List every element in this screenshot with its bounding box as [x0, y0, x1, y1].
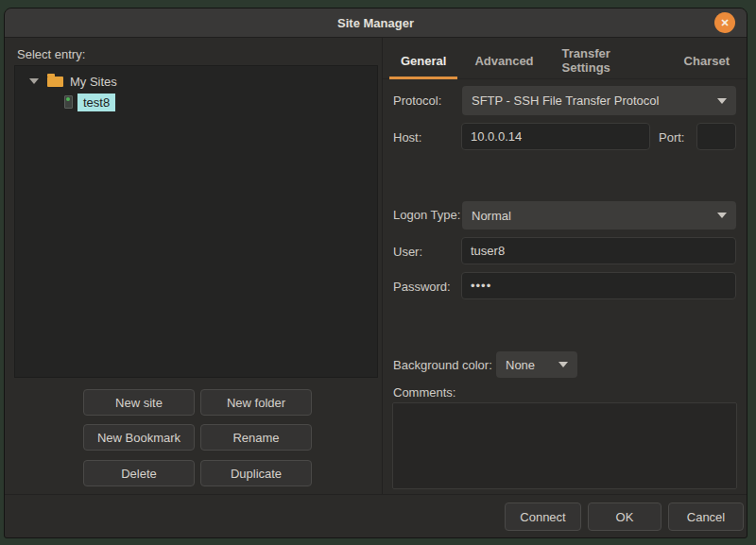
- port-label: Port:: [659, 130, 684, 145]
- chevron-down-icon[interactable]: [29, 78, 39, 84]
- dropdown-arrow-icon: [558, 362, 568, 367]
- port-input[interactable]: [696, 123, 736, 150]
- footer-divider: [5, 494, 747, 495]
- new-bookmark-button[interactable]: New Bookmark: [83, 424, 195, 451]
- tree-item-my-sites[interactable]: My Sites: [15, 71, 377, 92]
- host-label: Host:: [393, 130, 421, 145]
- background-color-value: None: [506, 358, 535, 372]
- titlebar[interactable]: Site Manager ✕: [5, 9, 747, 38]
- new-site-button[interactable]: New site: [83, 389, 195, 416]
- close-button[interactable]: ✕: [714, 12, 735, 33]
- protocol-label: Protocol:: [393, 94, 441, 108]
- tree-item-test8[interactable]: test8: [15, 92, 377, 112]
- password-input[interactable]: [461, 272, 736, 299]
- folder-icon: [47, 77, 63, 87]
- protocol-value: SFTP - SSH File Transfer Protocol: [472, 94, 659, 108]
- site-manager-dialog: Site Manager ✕ Select entry: My Sites te…: [4, 8, 747, 538]
- tab-transfer-settings[interactable]: Transfer Settings: [551, 44, 667, 79]
- tree-item-label: My Sites: [70, 75, 117, 89]
- logon-type-label: Logon Type:: [393, 208, 460, 222]
- protocol-dropdown[interactable]: SFTP - SSH File Transfer Protocol: [462, 86, 736, 115]
- panel-divider: [382, 38, 383, 494]
- tab-bar: General Advanced Transfer Settings Chars…: [389, 44, 747, 79]
- server-icon: [64, 95, 73, 109]
- tab-general[interactable]: General: [389, 44, 457, 79]
- window-title: Site Manager: [337, 16, 414, 30]
- new-folder-button[interactable]: New folder: [200, 389, 312, 416]
- ok-button[interactable]: OK: [588, 502, 662, 531]
- logon-type-dropdown[interactable]: Normal: [462, 201, 736, 230]
- rename-button[interactable]: Rename: [200, 424, 312, 451]
- dropdown-arrow-icon: [717, 213, 727, 218]
- background-color-label: Background color:: [393, 358, 492, 372]
- desktop-frame: Site Manager ✕ Select entry: My Sites te…: [0, 0, 756, 545]
- close-icon: ✕: [720, 17, 729, 27]
- delete-button[interactable]: Delete: [83, 460, 195, 486]
- dropdown-arrow-icon: [717, 98, 727, 104]
- duplicate-button[interactable]: Duplicate: [200, 460, 312, 486]
- connect-button[interactable]: Connect: [505, 502, 581, 531]
- tree-item-label-selected: test8: [77, 94, 115, 111]
- comments-label: Comments:: [393, 385, 455, 400]
- host-input[interactable]: [461, 123, 650, 150]
- tab-advanced[interactable]: Advanced: [463, 44, 544, 79]
- user-input[interactable]: [461, 237, 736, 264]
- logon-type-value: Normal: [472, 209, 511, 223]
- select-entry-label: Select entry:: [17, 47, 85, 61]
- tab-charset[interactable]: Charset: [673, 44, 741, 79]
- background-color-dropdown[interactable]: None: [496, 351, 577, 378]
- comments-textarea[interactable]: [392, 402, 737, 489]
- password-label: Password:: [393, 280, 451, 294]
- site-tree[interactable]: My Sites test8: [14, 65, 378, 378]
- cancel-button[interactable]: Cancel: [668, 502, 744, 531]
- user-label: User:: [393, 245, 422, 259]
